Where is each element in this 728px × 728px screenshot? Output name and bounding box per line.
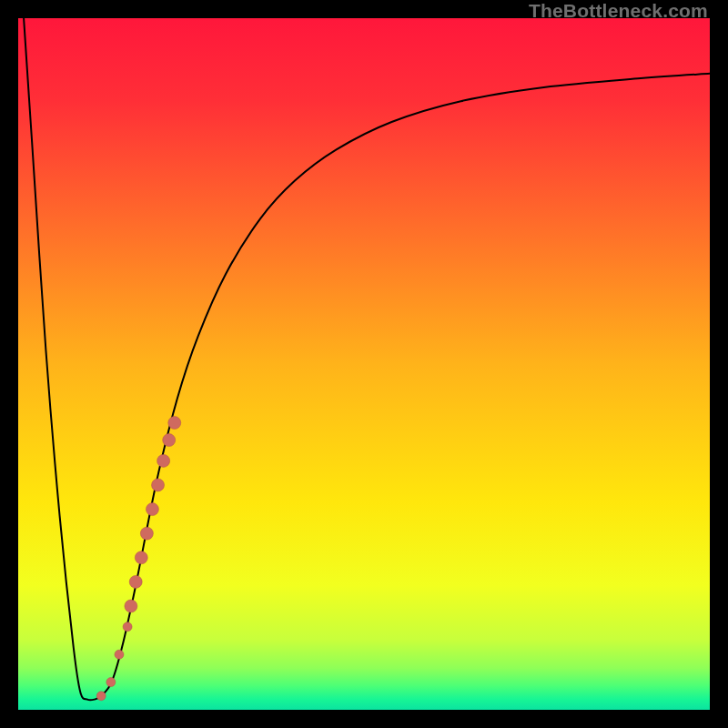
curve-marker-dot bbox=[129, 575, 142, 588]
curve-marker-dot bbox=[96, 692, 106, 701]
curve-marker-dot bbox=[106, 678, 116, 687]
curve-marker-dot bbox=[123, 622, 132, 632]
curve-marker-dot bbox=[115, 650, 124, 659]
watermark-label: TheBottleneck.com bbox=[529, 0, 708, 22]
curve-marker-dot bbox=[163, 434, 176, 447]
curve-marker-dot bbox=[125, 600, 137, 612]
gradient-background bbox=[18, 18, 710, 710]
curve-marker-dot bbox=[146, 503, 158, 516]
curve-marker-dot bbox=[135, 551, 147, 564]
curve-marker-dot bbox=[140, 527, 153, 540]
curve-marker-dot bbox=[168, 417, 181, 430]
plot-area bbox=[18, 18, 710, 710]
chart-frame: TheBottleneck.com bbox=[0, 0, 728, 728]
curve-marker-dot bbox=[157, 454, 170, 467]
bottleneck-chart bbox=[18, 18, 710, 710]
curve-marker-dot bbox=[152, 479, 165, 491]
